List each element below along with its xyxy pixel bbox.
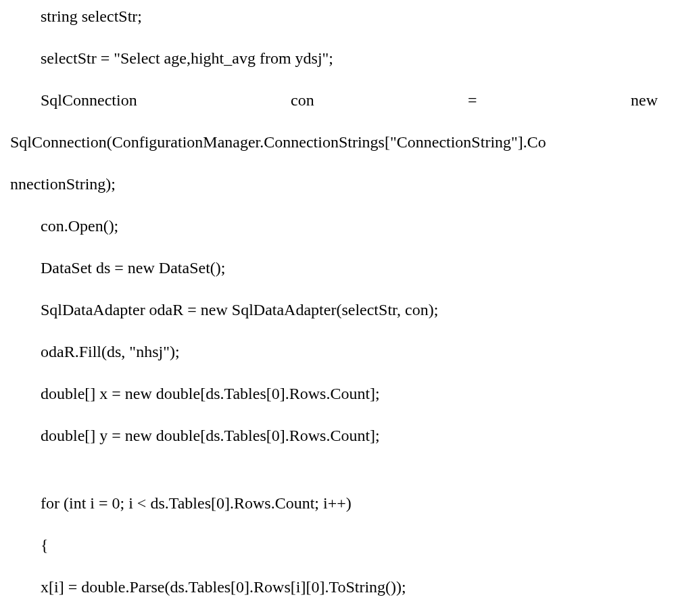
code-line: SqlDataAdapter odaR = new SqlDataAdapter… xyxy=(10,302,658,318)
code-line: odaR.Fill(ds, "nhsj"); xyxy=(10,343,658,360)
code-line: string selectStr; xyxy=(10,8,658,24)
code-line: double[] y = new double[ds.Tables[0].Row… xyxy=(10,427,658,444)
code-document: string selectStr; selectStr = "Select ag… xyxy=(0,0,676,595)
code-line: SqlConnection con = new xyxy=(10,92,658,108)
code-line: double[] x = new double[ds.Tables[0].Row… xyxy=(10,385,658,402)
code-line: nnectionString); xyxy=(10,176,658,192)
code-line: x[i] = double.Parse(ds.Tables[0].Rows[i]… xyxy=(10,579,658,595)
code-line: for (int i = 0; i < ds.Tables[0].Rows.Co… xyxy=(10,495,658,511)
code-line: con.Open(); xyxy=(10,218,658,234)
code-line: selectStr = "Select age,hight_avg from y… xyxy=(10,50,658,66)
code-line: { xyxy=(10,537,658,553)
code-line: DataSet ds = new DataSet(); xyxy=(10,260,658,276)
code-line: SqlConnection(ConfigurationManager.Conne… xyxy=(10,134,658,150)
